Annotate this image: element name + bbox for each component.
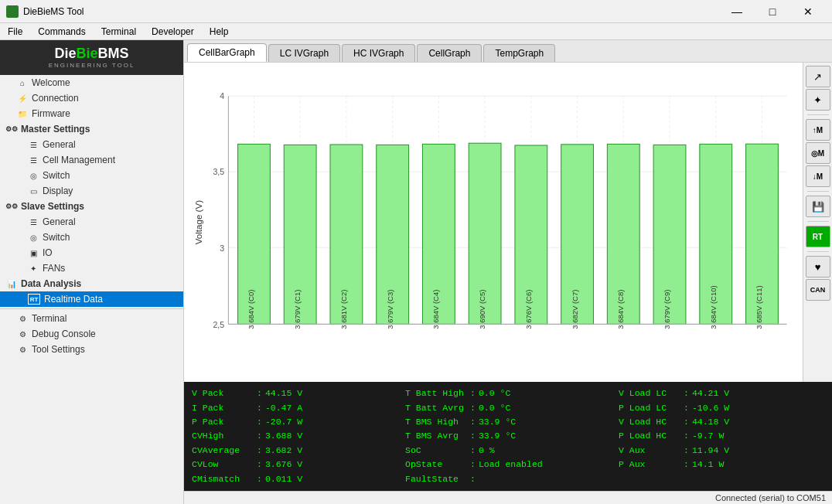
display-icon: ▭ — [28, 186, 39, 196]
minimize-button[interactable]: — — [719, 0, 755, 23]
menu-help[interactable]: Help — [202, 23, 237, 40]
save-button[interactable]: 💾 — [806, 196, 830, 217]
sidebar-item-realtime[interactable]: RT Realtime Data — [0, 291, 183, 307]
status-vloadhc: V Load HC : 44.18 V — [619, 415, 824, 429]
general-slave-icon: ☰ — [28, 216, 39, 227]
status-ipack-val: -0.47 A — [265, 401, 302, 415]
svg-text:3,5: 3,5 — [213, 167, 225, 176]
app-icon — [6, 5, 19, 18]
cell-management-icon: ☰ — [28, 155, 39, 165]
connection-status: Connected (serial) to COM51 — [715, 493, 826, 502]
toolbar-sep-1 — [807, 114, 829, 115]
status-paux: P Aux : 14.1 W — [619, 458, 824, 472]
sidebar-section-data[interactable]: 📊 Data Analysis — [0, 276, 183, 291]
tab-cellbargraph[interactable]: CellBarGraph — [187, 43, 267, 62]
status-faultstate-key: FaultState — [405, 472, 467, 486]
toolbar-sep-2 — [807, 191, 829, 192]
sidebar-section-slave[interactable]: ⚙⚙ Slave Settings — [0, 199, 183, 214]
zoom-down-button[interactable]: ↓M — [806, 165, 830, 187]
sidebar-label-slave: Slave Settings — [21, 201, 84, 212]
bar-label-10: 3.684V (C10) — [709, 285, 718, 329]
sidebar: DieBieBMS ENGINEERING TOOL ⌂ Welcome ⚡ C… — [0, 40, 184, 504]
sidebar-item-fans[interactable]: ✦ FANs — [0, 261, 183, 276]
svg-text:2,5: 2,5 — [213, 320, 225, 329]
status-ploadlc-sep: : — [684, 401, 689, 415]
sidebar-item-switch-slave[interactable]: ◎ Switch — [0, 230, 183, 245]
sidebar-label-welcome: Welcome — [32, 77, 70, 88]
status-cvlow-val: 3.676 V — [265, 458, 302, 472]
sidebar-item-connection[interactable]: ⚡ Connection — [0, 90, 183, 106]
chart-container: Voltage (V) 4 3,5 3 2,5 — [184, 63, 803, 382]
sidebar-label-switch-master: Switch — [43, 170, 70, 181]
close-button[interactable]: ✕ — [790, 0, 826, 23]
sidebar-item-display[interactable]: ▭ Display — [0, 183, 183, 199]
tab-hcivgraph[interactable]: HC IVGraph — [342, 44, 415, 62]
status-tbmsavrg-key: T BMS Avrg — [405, 429, 467, 443]
cursor-tool-button[interactable]: ↗ — [806, 66, 830, 87]
sidebar-item-welcome[interactable]: ⌂ Welcome — [0, 75, 183, 90]
status-vpack-key: V Pack — [192, 387, 254, 400]
tab-tempgraph[interactable]: TempGraph — [483, 44, 555, 62]
sidebar-label-firmware: Firmware — [32, 108, 70, 119]
sidebar-item-debug[interactable]: ⚙ Debug Console — [0, 326, 183, 342]
status-cvlow-key: CVLow — [192, 458, 254, 472]
title-bar-controls: — □ ✕ — [719, 0, 826, 23]
master-settings-icon: ⚙⚙ — [6, 124, 17, 135]
maximize-button[interactable]: □ — [755, 0, 790, 23]
sidebar-item-general[interactable]: ☰ General — [0, 137, 183, 152]
chart-bars: 3.684V (C0)3.679V (C1)3.681V (C2)3.679V … — [238, 96, 779, 329]
sidebar-section-master[interactable]: ⚙⚙ Master Settings — [0, 121, 183, 137]
status-ppack-key: P Pack — [192, 415, 254, 429]
status-vloadhc-val: 44.18 V — [692, 415, 729, 429]
status-vpack-sep: : — [257, 387, 262, 400]
status-paux-sep: : — [684, 458, 689, 472]
status-vpack: V Pack : 44.15 V — [192, 387, 397, 400]
status-vaux-sep: : — [684, 444, 689, 458]
nav-divider-1 — [0, 308, 183, 309]
menu-terminal[interactable]: Terminal — [94, 23, 144, 40]
sidebar-item-firmware[interactable]: 📁 Firmware — [0, 106, 183, 121]
bar-label-6: 3.676V (C6) — [524, 290, 533, 329]
tool-settings-icon: ⚙ — [17, 344, 28, 355]
menu-file[interactable]: File — [0, 23, 30, 40]
can-button[interactable]: CAN — [806, 279, 830, 301]
sidebar-label-tool-settings: Tool Settings — [32, 344, 85, 355]
status-col1: V Pack : 44.15 V I Pack : -0.47 A P Pack… — [192, 387, 397, 486]
status-cvhigh-sep: : — [257, 429, 262, 443]
tab-lcivgraph[interactable]: LC IVGraph — [268, 44, 340, 62]
status-cvlow: CVLow : 3.676 V — [192, 458, 397, 472]
status-tbatthigh-key: T Batt High — [405, 387, 467, 400]
right-toolbar: ↗ ✦ ↑M ◎M ↓M 💾 RT ♥ CAN — [803, 63, 832, 382]
sidebar-item-io[interactable]: ▣ IO — [0, 245, 183, 261]
sidebar-label-cell-management: Cell Management — [43, 155, 115, 165]
status-opstate: OpState : Load enabled — [405, 458, 611, 472]
sidebar-label-connection: Connection — [32, 93, 79, 104]
status-tbmshigh-key: T BMS High — [405, 415, 467, 429]
zoom-up-button[interactable]: ↑M — [806, 119, 830, 141]
heart-button[interactable]: ♥ — [806, 256, 830, 278]
bar-label-3: 3.679V (C3) — [386, 290, 394, 329]
sidebar-label-general: General — [43, 139, 76, 150]
sidebar-item-tool-settings[interactable]: ⚙ Tool Settings — [0, 342, 183, 357]
status-soc-sep: : — [470, 444, 476, 458]
cross-tool-button[interactable]: ✦ — [806, 89, 830, 111]
bar-label-7: 3.682V (C7) — [571, 290, 579, 329]
tab-cellgraph[interactable]: CellGraph — [417, 44, 482, 62]
status-vaux-val: 11.94 V — [692, 444, 729, 458]
sidebar-item-terminal[interactable]: ⚙ Terminal — [0, 311, 183, 326]
sidebar-item-cell-management[interactable]: ☰ Cell Management — [0, 152, 183, 168]
bottom-bar: Connected (serial) to COM51 — [184, 491, 832, 504]
title-bar: DieBieMS Tool — □ ✕ — [0, 0, 832, 23]
zoom-fit-button[interactable]: ◎M — [806, 142, 830, 164]
rt-button[interactable]: RT — [806, 226, 830, 247]
status-tbmsavrg: T BMS Avrg : 33.9 °C — [405, 429, 611, 443]
menu-developer[interactable]: Developer — [144, 23, 202, 40]
general-icon: ☰ — [28, 139, 39, 150]
switch-master-icon: ◎ — [28, 170, 39, 181]
svg-text:4: 4 — [220, 91, 224, 100]
sidebar-item-general-slave[interactable]: ☰ General — [0, 214, 183, 230]
status-cvavg-key: CVAverage — [192, 444, 254, 458]
menu-commands[interactable]: Commands — [30, 23, 93, 40]
realtime-icon: RT — [28, 294, 40, 305]
sidebar-item-switch-master[interactable]: ◎ Switch — [0, 168, 183, 183]
